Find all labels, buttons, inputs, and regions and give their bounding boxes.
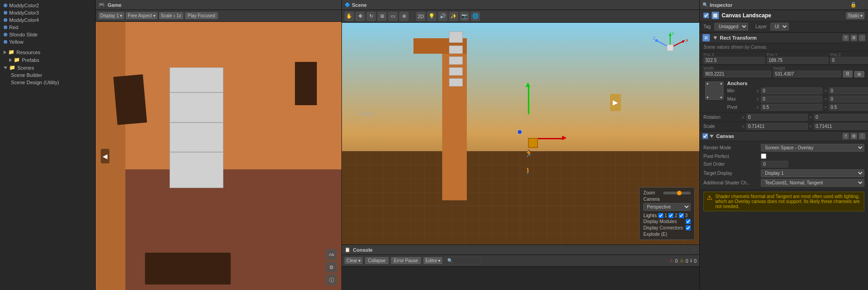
layer-dropdown[interactable]: UI <box>770 23 789 31</box>
scene-design-item[interactable]: Scene Design (Utility) <box>0 79 95 86</box>
error-pause-button[interactable]: Error Pause <box>391 257 421 264</box>
list-item[interactable]: Sfondo Slide <box>0 31 95 38</box>
rot-x-input[interactable] <box>746 114 808 121</box>
zoom-slider[interactable] <box>663 192 691 194</box>
scene-builder-item[interactable]: Scene Builder <box>0 71 95 79</box>
console-header: 📋 Console ⋮ <box>342 245 699 255</box>
pivot-y-box: Y <box>824 104 868 111</box>
list-item[interactable]: ModdyColor3 <box>0 9 95 16</box>
scene-tool-scale[interactable]: ⊞ <box>377 12 387 21</box>
pivot-y-input[interactable] <box>829 104 868 111</box>
overflow-icon[interactable]: ⋮ <box>859 35 865 41</box>
scale-dropdown[interactable]: Scale ● 1x <box>159 12 183 19</box>
scene-lighting-btn[interactable]: 💡 <box>427 12 436 21</box>
gizmo-settings-btn[interactable]: ⚙ <box>326 262 337 273</box>
object-name[interactable]: Canvas Landscape <box>722 12 843 19</box>
list-item[interactable]: ModdyColor2 <box>0 2 95 9</box>
prev-arrow[interactable]: ◀ <box>101 149 109 163</box>
rot-y-input[interactable] <box>814 114 868 121</box>
help-icon[interactable]: ? <box>842 35 849 41</box>
scale-x-input[interactable] <box>746 123 808 130</box>
scene-2d-btn[interactable]: 2D <box>416 12 425 21</box>
folder-resources[interactable]: 📁 Resources <box>0 48 95 56</box>
scene-tab-label[interactable]: Scene <box>352 2 367 8</box>
display-modules-checkbox[interactable] <box>686 219 691 224</box>
scene-camera-btn[interactable]: 📷 <box>460 12 469 21</box>
play-focus-button[interactable]: Play Focused <box>185 12 218 19</box>
canvas-triangle <box>710 135 713 138</box>
console-tab-label[interactable]: Console <box>353 247 372 253</box>
console-search-input[interactable] <box>445 257 481 265</box>
settings-icon[interactable]: ⚙ <box>851 35 857 41</box>
min-y-input[interactable] <box>829 87 868 94</box>
object-dot <box>4 11 7 15</box>
aspect-dropdown[interactable]: Free Aspect ▾ <box>126 12 157 19</box>
active-checkbox[interactable] <box>703 13 709 18</box>
pos-x-input[interactable] <box>703 57 765 64</box>
folder-scenes[interactable]: 📁 Scenes <box>0 64 95 71</box>
folder-prefabs[interactable]: 📁 Prefabs <box>0 56 95 64</box>
scale-y-input[interactable] <box>814 123 868 130</box>
sort-order-input[interactable] <box>761 161 788 168</box>
scene-audio-btn[interactable]: 🔊 <box>438 12 447 21</box>
warning-icon: ⚠ <box>707 194 713 209</box>
pos-z-input[interactable] <box>830 57 868 64</box>
inspector-more-icon[interactable]: ⋮ <box>860 2 865 8</box>
anchors-values: Anchors Min X Y Max X <box>727 81 868 111</box>
list-item[interactable]: ModdyColor4 <box>0 16 95 24</box>
editor-dropdown[interactable]: Editor ▾ <box>424 257 442 264</box>
gizmo-info-btn[interactable]: ⓘ <box>326 275 337 285</box>
scene-fx-btn[interactable]: ✨ <box>449 12 458 21</box>
error-count: 0 <box>675 258 678 264</box>
width-input[interactable] <box>703 71 771 77</box>
help-icon[interactable]: ? <box>842 133 849 139</box>
console-more-icon[interactable]: ⋮ <box>692 247 697 253</box>
light-2-checkbox[interactable] <box>668 213 673 218</box>
list-item[interactable]: Yellow <box>0 38 95 46</box>
clear-button[interactable]: Clear ▾ <box>345 257 362 264</box>
scene-tool-rect[interactable]: ▭ <box>388 12 398 21</box>
pixel-perfect-checkbox[interactable] <box>761 153 766 159</box>
anchors-visualizer[interactable] <box>705 81 723 100</box>
scene-tool-all[interactable]: ⊕ <box>399 12 408 21</box>
settings-icon[interactable]: ⚙ <box>851 133 857 139</box>
blueprint-button[interactable]: ⊞ <box>854 71 864 77</box>
scene-tool-rotate[interactable]: ↻ <box>367 12 376 21</box>
constrain-proportions-button[interactable]: R <box>843 71 852 77</box>
pivot-x-input[interactable] <box>761 104 822 111</box>
display-dropdown[interactable]: Display 1 ▾ <box>98 12 124 19</box>
max-y-input[interactable] <box>829 96 868 102</box>
shader-channels-dropdown[interactable]: TexCoord1, Normal, Tangent <box>761 179 864 187</box>
target-display-label: Target Display <box>703 171 758 176</box>
max-x-input[interactable] <box>761 96 822 102</box>
render-mode-dropdown[interactable]: Screen Space - Overlay <box>761 144 864 152</box>
inspector-tab-label[interactable]: Inspector <box>710 2 733 8</box>
light-3-checkbox[interactable] <box>679 213 684 218</box>
gizmo-text-btn[interactable]: Aa <box>326 249 337 260</box>
game-tab-label[interactable]: Game <box>108 2 122 8</box>
display-connectors-checkbox[interactable] <box>686 225 691 230</box>
static-dropdown[interactable]: Static ▾ <box>846 12 864 19</box>
list-item[interactable]: Red <box>0 24 95 31</box>
y-letter: Y <box>809 124 813 129</box>
scene-tool-move[interactable]: ✥ <box>356 12 365 21</box>
min-x-input[interactable] <box>761 87 822 94</box>
scene-tool-hand[interactable]: ✋ <box>345 12 354 21</box>
rect-transform-header[interactable]: ⊞ Rect Transform ? ⚙ ⋮ <box>700 32 868 43</box>
scene-globe-btn[interactable]: 🌐 <box>471 12 480 21</box>
scene-next-arrow[interactable]: ▶ <box>610 94 621 111</box>
target-display-dropdown[interactable]: Display 1 <box>761 169 864 177</box>
green-y-axis <box>528 85 529 114</box>
inspector-lock-icon[interactable]: 🔒 <box>850 2 857 8</box>
canvas-section-header[interactable]: Canvas ? ⚙ ⋮ <box>700 131 868 141</box>
light-1-checkbox[interactable] <box>658 213 663 218</box>
overflow-icon[interactable]: ⋮ <box>859 133 865 139</box>
pos-y-input[interactable] <box>767 57 828 64</box>
canvas-active-checkbox[interactable] <box>703 133 708 139</box>
height-input[interactable] <box>773 71 841 77</box>
object-dot <box>4 25 7 29</box>
collapse-button[interactable]: Collapse <box>365 257 388 264</box>
explode-button[interactable]: Explode (E) <box>643 232 691 237</box>
tag-dropdown[interactable]: Untagged <box>714 23 748 31</box>
camera-mode-dropdown[interactable]: Perspective <box>643 203 691 211</box>
